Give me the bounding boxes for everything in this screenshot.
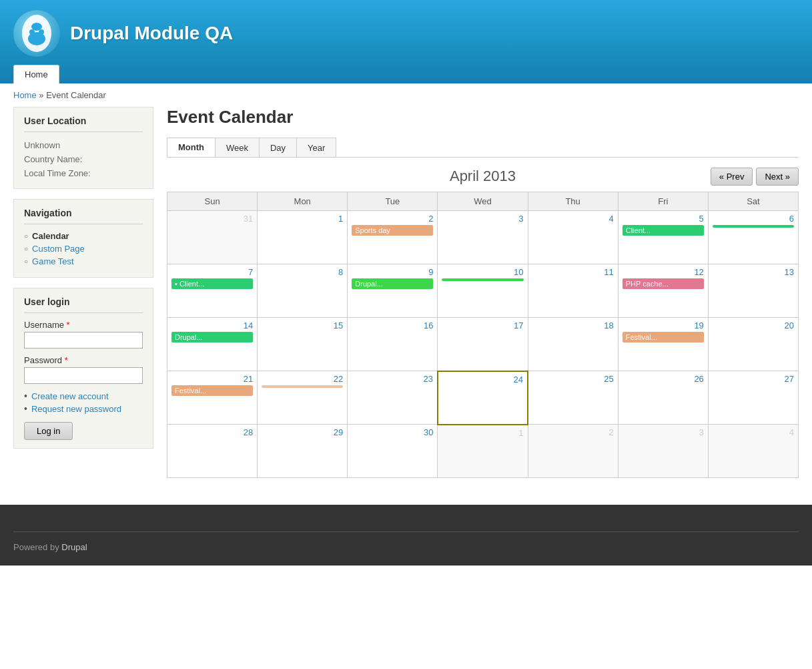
col-fri: Fri: [618, 192, 708, 211]
calendar-cell[interactable]: 29: [258, 425, 348, 478]
svg-point-4: [31, 23, 42, 31]
calendar-cell[interactable]: 4: [708, 425, 798, 478]
create-account-item[interactable]: Create new account: [24, 391, 143, 401]
calendar-cell[interactable]: 1: [258, 211, 348, 264]
calendar-cell[interactable]: 27: [708, 371, 798, 425]
calendar-cell[interactable]: 19Festival...: [618, 318, 708, 371]
calendar-cell[interactable]: 12PHP cache...: [618, 264, 708, 318]
day-number: 11: [532, 267, 614, 277]
next-button[interactable]: Next »: [756, 168, 799, 186]
col-tue: Tue: [348, 192, 438, 211]
calendar-cell[interactable]: 9Drupal...: [348, 264, 438, 318]
calendar-cell[interactable]: 18: [528, 318, 618, 371]
calendar-cell[interactable]: 31: [167, 211, 258, 264]
reset-password-link[interactable]: Request new password: [31, 404, 121, 414]
calendar-cell[interactable]: 4: [528, 211, 618, 264]
event-bar[interactable]: Festival...: [623, 332, 704, 343]
calendar-cell[interactable]: 10: [438, 264, 528, 318]
username-input[interactable]: [24, 332, 143, 349]
calendar-cell[interactable]: 26: [618, 371, 708, 425]
event-bar[interactable]: Drupal...: [352, 278, 433, 289]
calendar-cell[interactable]: 20: [708, 318, 798, 371]
password-input[interactable]: [24, 367, 143, 384]
col-mon: Mon: [258, 192, 348, 211]
calendar-cell[interactable]: 11: [528, 264, 618, 318]
nav-item-custom-page[interactable]: Custom Page: [24, 244, 143, 254]
day-number: 2: [352, 214, 433, 224]
breadcrumb-home[interactable]: Home: [13, 90, 37, 100]
calendar-cell[interactable]: 2: [528, 425, 618, 478]
nav-custom-page-link[interactable]: Custom Page: [32, 244, 85, 254]
create-account-link[interactable]: Create new account: [31, 391, 109, 401]
reset-password-item[interactable]: Request new password: [24, 403, 143, 414]
calendar-cell[interactable]: 17: [438, 318, 528, 371]
calendar-navigation: « Prev Next »: [711, 168, 799, 186]
day-number: 12: [623, 267, 704, 277]
day-number: 24: [442, 375, 523, 385]
calendar-cell[interactable]: 2Sports day: [348, 211, 438, 264]
event-bar[interactable]: [713, 225, 794, 228]
calendar-cell[interactable]: 14Drupal...: [167, 318, 258, 371]
event-bar-festival[interactable]: Festival...: [171, 385, 253, 396]
day-number: 14: [171, 320, 253, 330]
breadcrumb-current: Event Calendar: [46, 90, 106, 100]
day-number: 13: [713, 267, 794, 277]
login-button[interactable]: Log in: [24, 422, 73, 440]
calendar-cell[interactable]: 21Festival...: [167, 371, 258, 425]
day-number: 20: [713, 320, 794, 330]
nav-item-game-test[interactable]: Game Test: [24, 256, 143, 266]
navigation-title: Navigation: [24, 208, 143, 224]
calendar-cell[interactable]: 15: [258, 318, 348, 371]
calendar-cell[interactable]: 16: [348, 318, 438, 371]
nav-game-test-link[interactable]: Game Test: [32, 256, 74, 266]
day-number: 4: [713, 427, 794, 437]
calendar-cell[interactable]: 1: [438, 425, 528, 478]
day-number: 31: [171, 214, 253, 224]
user-login-title: User login: [24, 296, 143, 313]
tab-year[interactable]: Year: [296, 138, 336, 157]
header-top: Drupal Module QA: [13, 10, 799, 57]
calendar-month-title: April 2013: [450, 168, 516, 185]
day-number: 25: [532, 374, 614, 384]
calendar-cell[interactable]: 8: [258, 264, 348, 318]
day-number: 3: [442, 214, 523, 224]
day-number: 18: [532, 320, 614, 330]
day-number: 9: [352, 267, 433, 277]
tab-day[interactable]: Day: [259, 138, 297, 157]
event-bar[interactable]: PHP cache...: [623, 278, 704, 289]
event-bar[interactable]: Drupal...: [171, 332, 253, 343]
calendar-cell[interactable]: 25: [528, 371, 618, 425]
username-required: *: [67, 320, 70, 330]
event-bar[interactable]: [442, 278, 523, 281]
day-number: 16: [352, 320, 433, 330]
event-bar[interactable]: • Client...: [171, 278, 253, 289]
user-location-unknown: Unknown: [24, 139, 143, 153]
home-nav-button[interactable]: Home: [13, 65, 59, 83]
calendar-cell[interactable]: 23: [348, 371, 438, 425]
calendar-cell[interactable]: 24: [438, 371, 528, 425]
calendar-cell[interactable]: 13: [708, 264, 798, 318]
calendar-cell[interactable]: 3: [438, 211, 528, 264]
calendar-cell[interactable]: 6: [708, 211, 798, 264]
calendar-cell[interactable]: 30: [348, 425, 438, 478]
day-number: 28: [171, 427, 253, 437]
password-required: *: [65, 355, 68, 365]
calendar-cell[interactable]: 5Client...: [618, 211, 708, 264]
calendar-header: April 2013 « Prev Next »: [167, 168, 799, 185]
prev-button[interactable]: « Prev: [711, 168, 753, 186]
col-sat: Sat: [708, 192, 798, 211]
event-bar[interactable]: Sports day: [352, 225, 433, 236]
day-number: 6: [713, 214, 794, 224]
calendar-cell[interactable]: 22: [258, 371, 348, 425]
calendar-cell[interactable]: 28: [167, 425, 258, 478]
footer-drupal-link[interactable]: Drupal: [61, 542, 87, 552]
day-number: 30: [352, 427, 433, 437]
header: Drupal Module QA Home: [0, 0, 812, 83]
event-bar[interactable]: Client...: [623, 225, 704, 236]
calendar-cell[interactable]: 3: [618, 425, 708, 478]
calendar-cell[interactable]: 7• Client...: [167, 264, 258, 318]
tab-month[interactable]: Month: [167, 138, 216, 157]
user-location-title: User Location: [24, 116, 143, 132]
tab-week[interactable]: Week: [215, 138, 260, 157]
calendar-tabs: Month Week Day Year: [167, 138, 799, 158]
